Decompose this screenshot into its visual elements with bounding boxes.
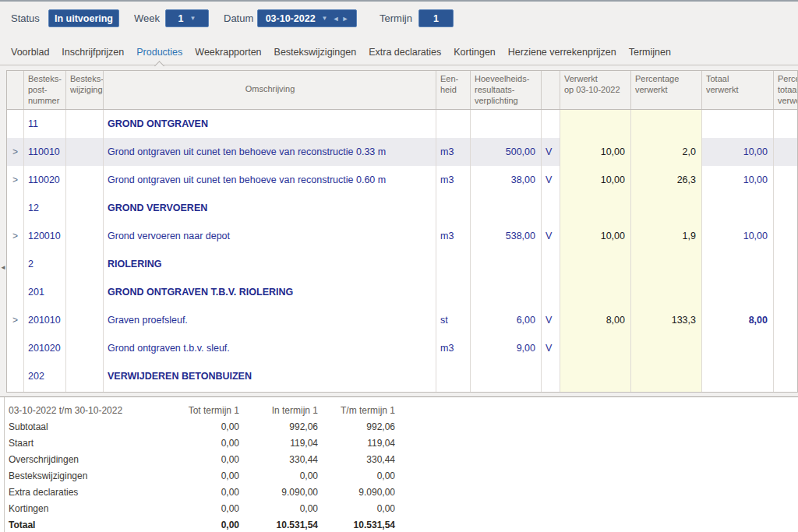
status-badge: In uitvoering <box>48 9 119 27</box>
bestekspostnummer-cell: 110010 <box>24 138 66 166</box>
bestekspostnummer-cell: 120010 <box>24 222 66 250</box>
tab-extra-declaraties[interactable]: Extra declaraties <box>369 47 441 58</box>
tab-inschrijfprijzen[interactable]: Inschrijfprijzen <box>62 47 124 58</box>
omschrijving-cell: RIOLERING <box>104 250 436 278</box>
omschrijving-cell: Grond ontgraven uit cunet ten behoeve va… <box>104 166 436 194</box>
tab-herziene-verrekenprijzen[interactable]: Herziene verrekenprijzen <box>508 47 616 58</box>
verwerkt-op-cell[interactable]: 8,00 <box>560 306 631 334</box>
bestekswijziging-cell <box>66 306 104 334</box>
tab-voorblad[interactable]: Voorblad <box>11 47 49 58</box>
col-header-percentage-verwerkt[interactable]: Percentage verwerkt <box>631 71 702 109</box>
col-header-totaal-verwerkt[interactable]: Totaal verwerkt <box>702 71 774 109</box>
tab-bestekswijzigingen[interactable]: Bestekswijzigingen <box>274 47 357 58</box>
col-header-eenheid[interactable]: Een- heid <box>436 71 471 109</box>
verwerkt-op-cell[interactable] <box>560 278 631 306</box>
empty-cell <box>774 390 797 392</box>
grid-section-row[interactable]: 12GROND VERVOEREN <box>7 194 797 222</box>
grid-section-row[interactable]: 202VERWIJDEREN BETONBUIZEN <box>7 362 797 390</box>
termijn-summary-panel: 03-10-2022 t/m 30-10-2022 Tot termijn 1 … <box>0 396 798 532</box>
chevron-down-icon[interactable]: ▼ <box>322 15 328 22</box>
totaal-verwerkt-cell <box>702 194 774 222</box>
v-flag-cell <box>542 362 560 390</box>
row-expander-icon[interactable] <box>7 278 24 306</box>
omschrijving-cell: Graven proefsleuf. <box>104 306 436 334</box>
summary-inner: 03-10-2022 t/m 30-10-2022 Tot termijn 1 … <box>4 397 798 532</box>
col-header-verwerkt-op[interactable]: Verwerkt op 03-10-2022 <box>560 71 631 109</box>
hoeveelheid-cell: 6,00 <box>471 306 542 334</box>
row-expander-icon[interactable] <box>7 194 24 222</box>
verwerkt-op-cell[interactable] <box>560 362 631 390</box>
datum-dropdown[interactable]: 03-10-2022 ▼ ◄ ► <box>257 9 357 27</box>
empty-cell <box>104 390 436 392</box>
grid-data-row[interactable]: >201010Graven proefsleuf.st6,00V8,00133,… <box>7 306 797 334</box>
hoeveelheid-cell: 500,00 <box>471 138 542 166</box>
v-flag-cell: V <box>542 306 560 334</box>
summary-row-value: 0,00 <box>239 470 318 481</box>
grid-section-row[interactable]: 11GROND ONTGRAVEN <box>7 110 797 138</box>
empty-cell <box>7 390 24 392</box>
percentage-verwerkt-cell: 1,9 <box>631 222 702 250</box>
col-header-v <box>542 71 560 109</box>
bestekspostnummer-cell: 11 <box>24 110 66 138</box>
summary-row-label: Staart <box>8 438 181 449</box>
v-flag-cell <box>542 194 560 222</box>
col-header-expander <box>7 71 24 109</box>
col-header-omschrijving[interactable]: Omschrijving <box>104 71 436 109</box>
verwerkt-op-cell[interactable] <box>560 250 631 278</box>
verwerkt-op-cell[interactable]: 10,00 <box>560 222 631 250</box>
verwerkt-op-cell[interactable] <box>560 194 631 222</box>
tab-weekrapporten[interactable]: Weekrapporten <box>195 47 261 58</box>
grid-filler-row <box>7 390 797 392</box>
summary-row-value: 9.090,00 <box>318 487 395 498</box>
grid-data-row[interactable]: >120010Grond vervoeren naar depotm3538,0… <box>7 222 797 250</box>
summary-row-value: 992,06 <box>239 421 318 432</box>
bestekspostnummer-cell: 201020 <box>24 334 66 362</box>
grid-data-row[interactable]: >110010Grond ontgraven uit cunet ten beh… <box>7 138 797 166</box>
row-expander-icon[interactable] <box>7 362 24 390</box>
grid-data-row[interactable]: >110020Grond ontgraven uit cunet ten beh… <box>7 166 797 194</box>
summary-header-row: 03-10-2022 t/m 30-10-2022 Tot termijn 1 … <box>8 402 798 418</box>
tab-kortingen[interactable]: Kortingen <box>454 47 496 58</box>
week-dropdown[interactable]: 1 ▼ <box>165 9 209 27</box>
bestekswijziging-cell <box>66 278 104 306</box>
col-header-bestekswijziging[interactable]: Besteks- wijziging <box>66 71 104 109</box>
summary-period-label: 03-10-2022 t/m 30-10-2022 <box>8 405 181 416</box>
grid-section-row[interactable]: 2RIOLERING <box>7 250 797 278</box>
col-header-bestekspostnummer[interactable]: Besteks- post- nummer <box>24 71 66 109</box>
col-header-percentage-totaal-verwerkt[interactable]: Percentage totaal verwerkt <box>774 71 797 109</box>
tab-producties[interactable]: Producties <box>136 47 182 58</box>
row-expander-icon[interactable]: > <box>7 166 24 194</box>
omschrijving-cell: Grond ontgraven uit cunet ten behoeve va… <box>104 138 436 166</box>
summary-row-value: 0,00 <box>181 503 239 514</box>
prev-date-icon[interactable]: ◄ <box>333 15 340 23</box>
summary-row-subtotaal: Subtotaal0,00992,06992,06 <box>8 418 798 435</box>
verwerkt-op-cell[interactable]: 10,00 <box>560 138 631 166</box>
totaal-verwerkt-cell: 10,00 <box>702 222 774 250</box>
verwerkt-op-cell[interactable] <box>560 110 631 138</box>
percentage-verwerkt-cell: 2,0 <box>631 138 702 166</box>
v-flag-cell <box>542 250 560 278</box>
percentage-verwerkt-cell <box>631 110 702 138</box>
row-expander-icon[interactable]: > <box>7 138 24 166</box>
row-expander-icon[interactable]: > <box>7 222 24 250</box>
tab-strip: VoorbladInschrijfprijzenProductiesWeekra… <box>0 39 798 65</box>
row-expander-icon[interactable] <box>7 334 24 362</box>
row-expander-icon[interactable]: > <box>7 306 24 334</box>
verwerkt-op-cell[interactable] <box>560 334 631 362</box>
tab-termijnen[interactable]: Termijnen <box>629 47 671 58</box>
percentage-totaal-verwerkt-cell <box>774 138 797 166</box>
summary-row-value: 0,00 <box>181 438 239 449</box>
summary-row-totaal: Totaal0,0010.531,5410.531,54 <box>8 516 798 532</box>
splitter-collapse-icon[interactable]: ◄ <box>0 264 6 271</box>
chevron-down-icon[interactable]: ▼ <box>190 15 196 22</box>
grid-section-row[interactable]: 201GROND ONTGRAVEN T.B.V. RIOLERING <box>7 278 797 306</box>
bestekspostnummer-cell: 110020 <box>24 166 66 194</box>
grid-data-row[interactable]: 201020Grond ontgraven t.b.v. sleuf.m39,0… <box>7 334 797 362</box>
v-flag-cell <box>542 110 560 138</box>
col-header-hoeveelheid[interactable]: Hoeveelheids- resultaats- verplichting <box>471 71 542 109</box>
percentage-totaal-verwerkt-cell <box>774 362 797 390</box>
row-expander-icon[interactable] <box>7 110 24 138</box>
next-date-icon[interactable]: ► <box>341 15 348 23</box>
row-expander-icon[interactable] <box>7 250 24 278</box>
verwerkt-op-cell[interactable]: 10,00 <box>560 166 631 194</box>
